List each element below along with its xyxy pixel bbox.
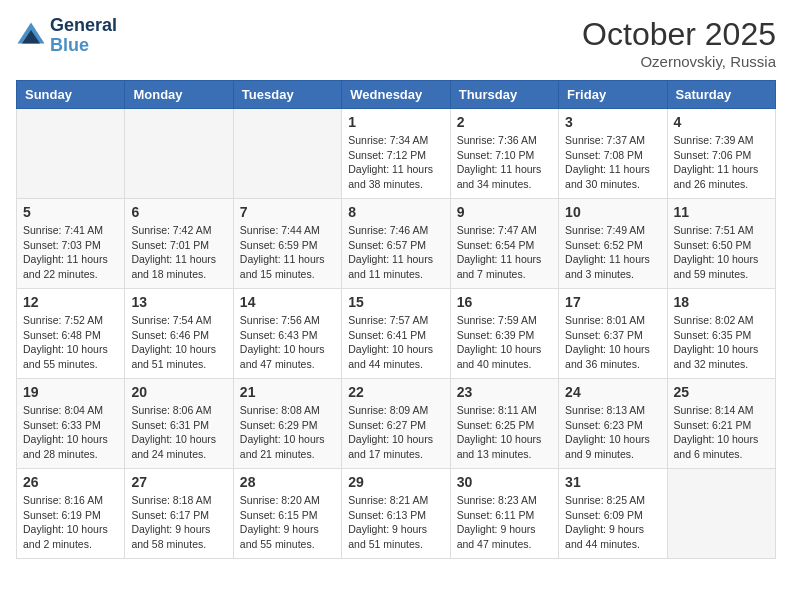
week-row-1: 1Sunrise: 7:34 AM Sunset: 7:12 PM Daylig…: [17, 109, 776, 199]
day-number: 31: [565, 474, 660, 490]
weekday-header-friday: Friday: [559, 81, 667, 109]
calendar-cell: [667, 469, 775, 559]
calendar-cell: [125, 109, 233, 199]
calendar-cell: 27Sunrise: 8:18 AM Sunset: 6:17 PM Dayli…: [125, 469, 233, 559]
week-row-4: 19Sunrise: 8:04 AM Sunset: 6:33 PM Dayli…: [17, 379, 776, 469]
calendar-cell: [233, 109, 341, 199]
day-info: Sunrise: 7:47 AM Sunset: 6:54 PM Dayligh…: [457, 223, 552, 282]
calendar-cell: 12Sunrise: 7:52 AM Sunset: 6:48 PM Dayli…: [17, 289, 125, 379]
calendar-table: SundayMondayTuesdayWednesdayThursdayFrid…: [16, 80, 776, 559]
day-info: Sunrise: 7:37 AM Sunset: 7:08 PM Dayligh…: [565, 133, 660, 192]
calendar-cell: 10Sunrise: 7:49 AM Sunset: 6:52 PM Dayli…: [559, 199, 667, 289]
calendar-cell: 4Sunrise: 7:39 AM Sunset: 7:06 PM Daylig…: [667, 109, 775, 199]
calendar-cell: 13Sunrise: 7:54 AM Sunset: 6:46 PM Dayli…: [125, 289, 233, 379]
day-number: 5: [23, 204, 118, 220]
calendar-cell: 14Sunrise: 7:56 AM Sunset: 6:43 PM Dayli…: [233, 289, 341, 379]
logo-text: General Blue: [50, 16, 117, 56]
day-info: Sunrise: 7:49 AM Sunset: 6:52 PM Dayligh…: [565, 223, 660, 282]
day-info: Sunrise: 8:23 AM Sunset: 6:11 PM Dayligh…: [457, 493, 552, 552]
day-number: 27: [131, 474, 226, 490]
day-number: 11: [674, 204, 769, 220]
weekday-header-tuesday: Tuesday: [233, 81, 341, 109]
calendar-cell: 24Sunrise: 8:13 AM Sunset: 6:23 PM Dayli…: [559, 379, 667, 469]
calendar-cell: 20Sunrise: 8:06 AM Sunset: 6:31 PM Dayli…: [125, 379, 233, 469]
day-number: 15: [348, 294, 443, 310]
calendar-cell: 3Sunrise: 7:37 AM Sunset: 7:08 PM Daylig…: [559, 109, 667, 199]
calendar-cell: 21Sunrise: 8:08 AM Sunset: 6:29 PM Dayli…: [233, 379, 341, 469]
page-header: General Blue October 2025 Ozernovskiy, R…: [16, 16, 776, 70]
day-number: 23: [457, 384, 552, 400]
calendar-cell: 17Sunrise: 8:01 AM Sunset: 6:37 PM Dayli…: [559, 289, 667, 379]
calendar-cell: 25Sunrise: 8:14 AM Sunset: 6:21 PM Dayli…: [667, 379, 775, 469]
day-info: Sunrise: 7:52 AM Sunset: 6:48 PM Dayligh…: [23, 313, 118, 372]
calendar-cell: 5Sunrise: 7:41 AM Sunset: 7:03 PM Daylig…: [17, 199, 125, 289]
day-info: Sunrise: 7:44 AM Sunset: 6:59 PM Dayligh…: [240, 223, 335, 282]
day-info: Sunrise: 7:59 AM Sunset: 6:39 PM Dayligh…: [457, 313, 552, 372]
day-info: Sunrise: 8:04 AM Sunset: 6:33 PM Dayligh…: [23, 403, 118, 462]
day-info: Sunrise: 8:01 AM Sunset: 6:37 PM Dayligh…: [565, 313, 660, 372]
week-row-5: 26Sunrise: 8:16 AM Sunset: 6:19 PM Dayli…: [17, 469, 776, 559]
day-number: 22: [348, 384, 443, 400]
week-row-3: 12Sunrise: 7:52 AM Sunset: 6:48 PM Dayli…: [17, 289, 776, 379]
calendar-cell: [17, 109, 125, 199]
day-number: 12: [23, 294, 118, 310]
day-info: Sunrise: 7:41 AM Sunset: 7:03 PM Dayligh…: [23, 223, 118, 282]
calendar-cell: 29Sunrise: 8:21 AM Sunset: 6:13 PM Dayli…: [342, 469, 450, 559]
weekday-header-thursday: Thursday: [450, 81, 558, 109]
calendar-cell: 18Sunrise: 8:02 AM Sunset: 6:35 PM Dayli…: [667, 289, 775, 379]
day-number: 26: [23, 474, 118, 490]
day-info: Sunrise: 7:54 AM Sunset: 6:46 PM Dayligh…: [131, 313, 226, 372]
day-info: Sunrise: 8:08 AM Sunset: 6:29 PM Dayligh…: [240, 403, 335, 462]
calendar-cell: 22Sunrise: 8:09 AM Sunset: 6:27 PM Dayli…: [342, 379, 450, 469]
weekday-header-saturday: Saturday: [667, 81, 775, 109]
logo: General Blue: [16, 16, 117, 56]
day-number: 21: [240, 384, 335, 400]
week-row-2: 5Sunrise: 7:41 AM Sunset: 7:03 PM Daylig…: [17, 199, 776, 289]
day-info: Sunrise: 7:36 AM Sunset: 7:10 PM Dayligh…: [457, 133, 552, 192]
day-number: 3: [565, 114, 660, 130]
day-number: 30: [457, 474, 552, 490]
day-info: Sunrise: 8:21 AM Sunset: 6:13 PM Dayligh…: [348, 493, 443, 552]
calendar-cell: 30Sunrise: 8:23 AM Sunset: 6:11 PM Dayli…: [450, 469, 558, 559]
day-info: Sunrise: 8:06 AM Sunset: 6:31 PM Dayligh…: [131, 403, 226, 462]
calendar-cell: 19Sunrise: 8:04 AM Sunset: 6:33 PM Dayli…: [17, 379, 125, 469]
day-number: 8: [348, 204, 443, 220]
calendar-cell: 1Sunrise: 7:34 AM Sunset: 7:12 PM Daylig…: [342, 109, 450, 199]
day-number: 14: [240, 294, 335, 310]
day-number: 19: [23, 384, 118, 400]
calendar-cell: 9Sunrise: 7:47 AM Sunset: 6:54 PM Daylig…: [450, 199, 558, 289]
day-info: Sunrise: 8:14 AM Sunset: 6:21 PM Dayligh…: [674, 403, 769, 462]
calendar-cell: 28Sunrise: 8:20 AM Sunset: 6:15 PM Dayli…: [233, 469, 341, 559]
calendar-cell: 7Sunrise: 7:44 AM Sunset: 6:59 PM Daylig…: [233, 199, 341, 289]
day-number: 24: [565, 384, 660, 400]
day-info: Sunrise: 7:57 AM Sunset: 6:41 PM Dayligh…: [348, 313, 443, 372]
day-info: Sunrise: 7:34 AM Sunset: 7:12 PM Dayligh…: [348, 133, 443, 192]
day-number: 7: [240, 204, 335, 220]
day-number: 20: [131, 384, 226, 400]
calendar-cell: 16Sunrise: 7:59 AM Sunset: 6:39 PM Dayli…: [450, 289, 558, 379]
month-title: October 2025: [582, 16, 776, 53]
title-block: October 2025 Ozernovskiy, Russia: [582, 16, 776, 70]
day-info: Sunrise: 7:42 AM Sunset: 7:01 PM Dayligh…: [131, 223, 226, 282]
day-number: 16: [457, 294, 552, 310]
day-number: 10: [565, 204, 660, 220]
day-info: Sunrise: 8:20 AM Sunset: 6:15 PM Dayligh…: [240, 493, 335, 552]
weekday-header-sunday: Sunday: [17, 81, 125, 109]
day-info: Sunrise: 7:39 AM Sunset: 7:06 PM Dayligh…: [674, 133, 769, 192]
weekday-header-wednesday: Wednesday: [342, 81, 450, 109]
day-info: Sunrise: 8:18 AM Sunset: 6:17 PM Dayligh…: [131, 493, 226, 552]
calendar-cell: 11Sunrise: 7:51 AM Sunset: 6:50 PM Dayli…: [667, 199, 775, 289]
logo-icon: [16, 21, 46, 51]
day-info: Sunrise: 7:51 AM Sunset: 6:50 PM Dayligh…: [674, 223, 769, 282]
day-info: Sunrise: 8:09 AM Sunset: 6:27 PM Dayligh…: [348, 403, 443, 462]
day-number: 2: [457, 114, 552, 130]
day-number: 29: [348, 474, 443, 490]
weekday-header-row: SundayMondayTuesdayWednesdayThursdayFrid…: [17, 81, 776, 109]
day-number: 13: [131, 294, 226, 310]
day-info: Sunrise: 8:13 AM Sunset: 6:23 PM Dayligh…: [565, 403, 660, 462]
calendar-cell: 6Sunrise: 7:42 AM Sunset: 7:01 PM Daylig…: [125, 199, 233, 289]
day-info: Sunrise: 8:16 AM Sunset: 6:19 PM Dayligh…: [23, 493, 118, 552]
day-info: Sunrise: 8:25 AM Sunset: 6:09 PM Dayligh…: [565, 493, 660, 552]
day-number: 17: [565, 294, 660, 310]
calendar-cell: 31Sunrise: 8:25 AM Sunset: 6:09 PM Dayli…: [559, 469, 667, 559]
